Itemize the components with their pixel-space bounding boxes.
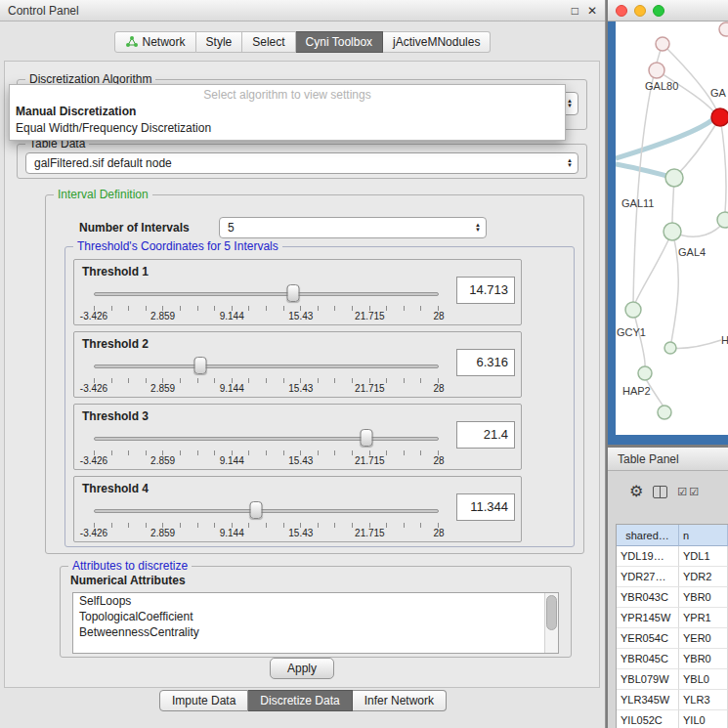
dropdown-option-equal-width-frequency[interactable]: Equal Width/Frequency Discretization: [10, 120, 565, 137]
cell-shared-name[interactable]: YLR345W: [617, 690, 679, 710]
cell-shared-name[interactable]: YPR145W: [617, 608, 679, 628]
apply-button[interactable]: Apply: [270, 658, 334, 679]
slider-handle[interactable]: [360, 429, 372, 447]
table-row[interactable]: YPR145W YPR1: [617, 608, 728, 628]
cyni-toolbox-panel: Discretization Algorithm ▲▼ Select algor…: [4, 61, 600, 688]
columns-icon[interactable]: [653, 486, 667, 498]
list-scrollbar[interactable]: [544, 593, 558, 653]
node-gal11[interactable]: [665, 169, 683, 187]
mac-minimize-button[interactable]: [634, 5, 646, 17]
node[interactable]: [719, 22, 728, 36]
combo-stepper-icon: ▲▼: [565, 99, 575, 108]
cell-shared-name[interactable]: YDL19…: [617, 546, 679, 567]
tab-discretize-data[interactable]: Discretize Data: [248, 690, 352, 711]
list-item-topologicalcoefficient[interactable]: TopologicalCoefficient: [73, 609, 558, 624]
threshold-2-slider[interactable]: -3.4262.8599.14415.4321.71528: [94, 356, 439, 395]
tab-style[interactable]: Style: [196, 31, 243, 53]
table-panel-titlebar[interactable]: Table Panel: [608, 448, 728, 471]
table-row[interactable]: YDR27… YDR2: [617, 567, 728, 587]
cell-name[interactable]: YER0: [679, 628, 728, 649]
close-window-icon[interactable]: ✕: [587, 4, 597, 18]
node-red-selected[interactable]: [711, 108, 728, 126]
table-panel-toolbar: ⚙ ☑☑: [614, 479, 728, 504]
threshold-4-slider[interactable]: -3.4262.8599.14415.4321.71528: [94, 500, 439, 539]
node-gal4[interactable]: [664, 223, 681, 240]
network-window-titlebar[interactable]: [608, 0, 728, 21]
number-of-intervals-select[interactable]: 5 ▲▼: [219, 217, 487, 238]
threshold-3-slider[interactable]: -3.4262.8599.14415.4321.71528: [94, 428, 439, 467]
tab-impute-data[interactable]: Impute Data: [159, 690, 248, 711]
node-gcy1[interactable]: [625, 302, 641, 318]
table-row[interactable]: YBR045C YBR0: [617, 649, 728, 669]
cell-shared-name[interactable]: YBL079W: [617, 669, 679, 690]
tab-network[interactable]: Network: [114, 31, 196, 53]
node[interactable]: [658, 406, 671, 419]
cell-shared-name[interactable]: YIL052C: [617, 710, 679, 728]
tab-jactivemnodules[interactable]: jActiveMNodules: [383, 31, 491, 53]
cell-name[interactable]: YIL0: [679, 710, 728, 728]
slider-track[interactable]: [94, 364, 439, 368]
cell-name[interactable]: YPR1: [679, 608, 728, 628]
cell-name[interactable]: YLR3: [679, 690, 728, 710]
slider-handle[interactable]: [194, 357, 207, 374]
cell-name[interactable]: YBR0: [679, 649, 728, 669]
number-of-intervals-value: 5: [228, 221, 473, 235]
threshold-3-value-field[interactable]: 21.4: [456, 421, 515, 449]
slider-track[interactable]: [94, 292, 439, 296]
select-columns-checkboxes-icon[interactable]: ☑☑: [677, 486, 701, 498]
slider-scale-labels: -3.4262.8599.14415.4321.71528: [94, 528, 439, 539]
tab-select-label: Select: [252, 35, 284, 49]
cell-shared-name[interactable]: YBR045C: [617, 649, 679, 669]
tab-cyni-toolbox[interactable]: Cyni Toolbox: [296, 31, 383, 53]
node[interactable]: [656, 37, 669, 51]
node-attribute-table: shared… n YDL19… YDL1 YDR27… YDR2 YBR043…: [616, 524, 728, 728]
table-data-select[interactable]: galFiltered.sif default node ▲▼: [25, 152, 578, 174]
cell-shared-name[interactable]: YER054C: [617, 628, 679, 649]
cell-shared-name[interactable]: YDR27…: [617, 567, 679, 587]
slider-handle[interactable]: [286, 284, 299, 302]
cell-name[interactable]: YDR2: [679, 567, 728, 587]
slider-scale-labels: -3.4262.8599.14415.4321.71528: [94, 311, 439, 322]
threshold-4-value-field[interactable]: 11.344: [456, 493, 515, 521]
list-item-betweennesscentrality[interactable]: BetweennessCentrality: [73, 624, 558, 640]
slider-track[interactable]: [94, 437, 439, 441]
node[interactable]: [664, 342, 676, 354]
table-data-group: Table Data galFiltered.sif default node …: [17, 144, 587, 179]
cell-name[interactable]: YDL1: [679, 546, 728, 567]
node[interactable]: [717, 212, 728, 228]
float-window-icon[interactable]: □: [572, 4, 578, 18]
slider-handle[interactable]: [249, 501, 262, 519]
dropdown-option-manual-discretization[interactable]: Manual Discretization: [10, 104, 565, 120]
table-row[interactable]: YLR345W YLR3: [617, 690, 728, 710]
table-row[interactable]: YIL052C YIL0: [617, 710, 728, 728]
column-header-name[interactable]: n: [679, 525, 728, 546]
table-row[interactable]: YBR043C YBR0: [617, 587, 728, 608]
slider-track[interactable]: [94, 509, 439, 513]
column-header-shared-name[interactable]: shared…: [617, 525, 679, 546]
cell-name[interactable]: YBL0: [679, 669, 728, 690]
mac-zoom-button[interactable]: [653, 5, 664, 17]
cell-shared-name[interactable]: YBR043C: [617, 587, 679, 608]
control-panel-titlebar[interactable]: Control Panel □ ✕: [0, 0, 605, 21]
table-panel-title: Table Panel: [618, 452, 679, 466]
mac-close-button[interactable]: [616, 5, 627, 17]
table-row[interactable]: YBL079W YBL0: [617, 669, 728, 690]
list-scrollbar-thumb[interactable]: [546, 595, 557, 630]
threshold-1-value-field[interactable]: 14.713: [456, 277, 515, 304]
table-row[interactable]: YER054C YER0: [617, 628, 728, 649]
network-canvas[interactable]: GAL80 GA GAL11 GAL4 GCY1 HAP2 H: [616, 21, 728, 435]
threshold-1-label: Threshold 1: [82, 265, 149, 278]
threshold-1-slider[interactable]: -3.4262.8599.14415.4321.71528: [94, 283, 439, 322]
cell-name[interactable]: YBR0: [679, 587, 728, 608]
table-row[interactable]: YDL19… YDL1: [617, 546, 728, 567]
gear-icon[interactable]: ⚙: [629, 484, 643, 499]
tab-select[interactable]: Select: [242, 31, 295, 53]
threshold-2-value-field[interactable]: 6.316: [456, 349, 515, 376]
edge: [635, 232, 672, 303]
node-gal80[interactable]: [649, 63, 664, 78]
list-item-selfloops[interactable]: SelfLoops: [73, 593, 558, 609]
node-label: GAL11: [621, 197, 654, 209]
tab-infer-network[interactable]: Infer Network: [353, 690, 447, 711]
node-hap2[interactable]: [638, 366, 652, 380]
edge: [720, 117, 726, 213]
